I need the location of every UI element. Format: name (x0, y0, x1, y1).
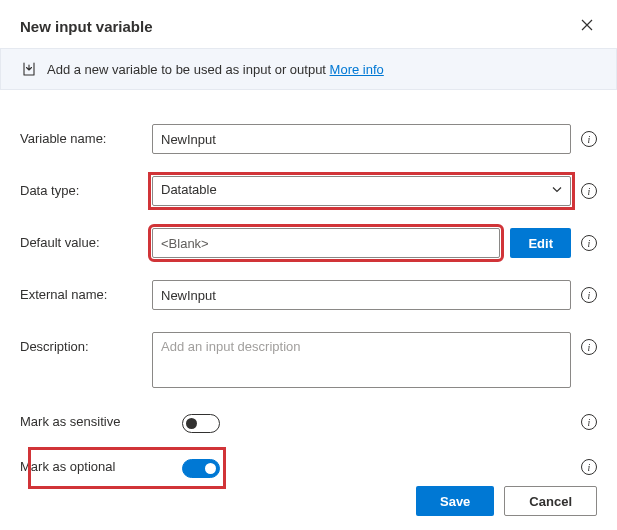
info-icon[interactable]: i (581, 287, 597, 303)
sensitive-toggle[interactable] (182, 414, 220, 433)
row-data-type: Data type: Datatable i (20, 176, 597, 206)
label-sensitive: Mark as sensitive (20, 408, 152, 429)
edit-button[interactable]: Edit (510, 228, 571, 258)
row-optional: Mark as optional i (20, 453, 597, 478)
info-icon[interactable]: i (581, 339, 597, 355)
info-banner: Add a new variable to be used as input o… (0, 48, 617, 90)
default-value-input[interactable] (152, 228, 500, 258)
row-default-value: Default value: Edit i (20, 228, 597, 258)
info-icon[interactable]: i (581, 459, 597, 475)
description-textarea[interactable] (152, 332, 571, 388)
import-icon (21, 61, 37, 77)
dialog-header: New input variable (0, 0, 617, 48)
optional-toggle[interactable] (182, 459, 220, 478)
variable-name-input[interactable] (152, 124, 571, 154)
form-body: Variable name: i Data type: Datatable i … (0, 90, 617, 478)
more-info-link[interactable]: More info (330, 62, 384, 77)
row-sensitive: Mark as sensitive i (20, 408, 597, 433)
info-icon[interactable]: i (581, 235, 597, 251)
close-icon (581, 19, 593, 31)
row-description: Description: i (20, 332, 597, 388)
external-name-input[interactable] (152, 280, 571, 310)
label-variable-name: Variable name: (20, 124, 152, 146)
row-external-name: External name: i (20, 280, 597, 310)
dialog-title: New input variable (20, 18, 153, 35)
banner-text: Add a new variable to be used as input o… (47, 62, 384, 77)
label-external-name: External name: (20, 280, 152, 302)
info-icon[interactable]: i (581, 183, 597, 199)
cancel-button[interactable]: Cancel (504, 486, 597, 516)
info-icon[interactable]: i (581, 414, 597, 430)
label-data-type: Data type: (20, 176, 152, 198)
close-button[interactable] (577, 14, 597, 38)
info-icon[interactable]: i (581, 131, 597, 147)
save-button[interactable]: Save (416, 486, 494, 516)
data-type-select[interactable]: Datatable (152, 176, 571, 206)
row-variable-name: Variable name: i (20, 124, 597, 154)
label-description: Description: (20, 332, 152, 354)
label-default-value: Default value: (20, 228, 152, 250)
dialog-footer: Save Cancel (416, 486, 597, 516)
label-optional: Mark as optional (20, 453, 152, 474)
